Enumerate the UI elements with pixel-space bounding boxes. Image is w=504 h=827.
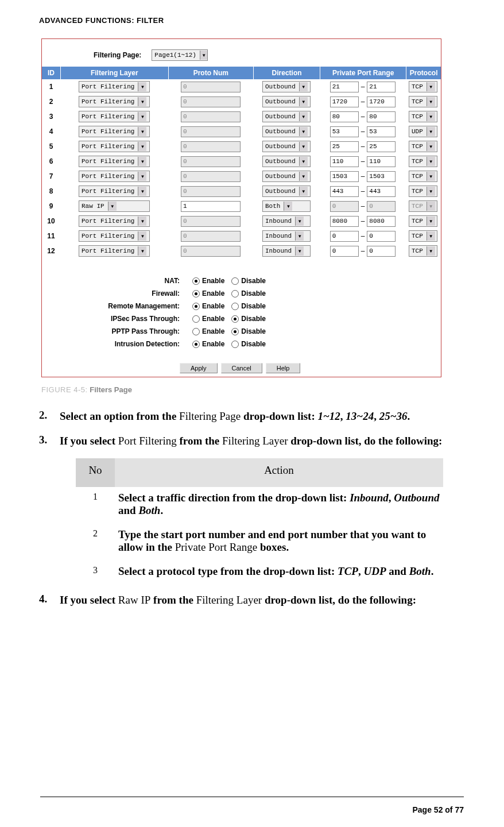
- enable-radio[interactable]: Enable: [192, 277, 231, 285]
- direction-select[interactable]: Outbound▼: [262, 156, 311, 167]
- port-end-input[interactable]: 25: [367, 141, 396, 152]
- radio-icon: [231, 303, 239, 310]
- port-end-input[interactable]: 8080: [367, 216, 396, 227]
- port-end-input[interactable]: 110: [367, 156, 396, 167]
- protocol-select[interactable]: TCP▼: [409, 171, 437, 182]
- direction-select[interactable]: Inbound▼: [262, 215, 311, 227]
- filtering-layer-select[interactable]: Port Filtering▼: [79, 156, 150, 167]
- protocol-select[interactable]: TCP▼: [409, 245, 437, 257]
- protocol-select[interactable]: TCP▼: [409, 215, 437, 227]
- port-start-input[interactable]: 0: [330, 231, 359, 242]
- port-start-input[interactable]: 80: [330, 111, 359, 122]
- disable-radio[interactable]: Disable: [231, 315, 273, 323]
- apply-button[interactable]: Apply: [180, 363, 218, 373]
- proto-num-input[interactable]: 0: [181, 126, 241, 137]
- proto-num-input[interactable]: 0: [181, 111, 241, 122]
- port-start-input[interactable]: 0: [330, 201, 359, 212]
- port-start-input[interactable]: 1720: [330, 96, 359, 107]
- option-row: Intrusion Detection:EnableDisable: [59, 338, 441, 350]
- filtering-layer-select[interactable]: Port Filtering▼: [79, 141, 150, 152]
- disable-radio[interactable]: Disable: [231, 289, 273, 297]
- direction-select[interactable]: Outbound▼: [262, 186, 311, 197]
- direction-select[interactable]: Outbound▼: [262, 141, 311, 152]
- port-start-input[interactable]: 110: [330, 156, 359, 167]
- filtering-layer-select[interactable]: Port Filtering▼: [79, 111, 150, 122]
- port-end-input[interactable]: 21: [367, 82, 396, 92]
- port-end-input[interactable]: 53: [367, 126, 396, 137]
- protocol-select[interactable]: TCP▼: [409, 156, 437, 167]
- chevron-down-icon: ▼: [284, 202, 292, 211]
- protocol-select[interactable]: TCP▼: [409, 111, 437, 122]
- port-start-input[interactable]: 8080: [330, 216, 359, 227]
- enable-radio[interactable]: Enable: [192, 340, 231, 348]
- protocol-select[interactable]: TCP▼: [409, 200, 437, 212]
- filter-table-header: ID Filtering Layer Proto Num Direction P…: [42, 67, 441, 79]
- filtering-page-select[interactable]: Page1(1~12) ▼: [152, 49, 208, 61]
- enable-radio[interactable]: Enable: [192, 289, 231, 297]
- port-end-input[interactable]: 80: [367, 111, 396, 122]
- protocol-select[interactable]: TCP▼: [409, 81, 437, 92]
- direction-select[interactable]: Inbound▼: [262, 230, 311, 242]
- radio-icon: [192, 341, 200, 348]
- filter-row: 3Port Filtering▼0Outbound▼80–80TCP▼: [42, 109, 441, 124]
- direction-select[interactable]: Outbound▼: [262, 96, 311, 107]
- port-start-input[interactable]: 443: [330, 186, 359, 197]
- port-start-input[interactable]: 53: [330, 126, 359, 137]
- proto-num-input[interactable]: 0: [181, 171, 241, 182]
- protocol-select[interactable]: TCP▼: [409, 96, 437, 107]
- direction-select[interactable]: Both▼: [262, 200, 311, 212]
- radio-icon: [231, 290, 239, 297]
- filtering-layer-select[interactable]: Port Filtering▼: [79, 171, 150, 182]
- proto-num-input[interactable]: 0: [181, 186, 241, 197]
- port-end-input[interactable]: 0: [367, 201, 396, 212]
- filtering-layer-select[interactable]: Port Filtering▼: [79, 126, 150, 137]
- filtering-layer-select[interactable]: Port Filtering▼: [79, 96, 150, 107]
- direction-select[interactable]: Outbound▼: [262, 171, 311, 182]
- proto-num-input[interactable]: 0: [181, 141, 241, 152]
- proto-num-input[interactable]: 0: [181, 96, 241, 107]
- proto-num-input[interactable]: 0: [181, 231, 241, 242]
- protocol-select[interactable]: TCP▼: [409, 186, 437, 197]
- disable-radio[interactable]: Disable: [231, 340, 273, 348]
- port-start-input[interactable]: 21: [330, 82, 359, 92]
- filter-row: 10Port Filtering▼0Inbound▼8080–8080TCP▼: [42, 214, 441, 229]
- protocol-select[interactable]: TCP▼: [409, 230, 437, 242]
- filtering-layer-select[interactable]: Port Filtering▼: [79, 81, 150, 92]
- chevron-down-icon: ▼: [138, 82, 146, 91]
- filtering-layer-select[interactable]: Port Filtering▼: [79, 245, 150, 257]
- filtering-layer-select[interactable]: Port Filtering▼: [79, 215, 150, 227]
- proto-num-input[interactable]: 1: [181, 201, 241, 212]
- direction-select[interactable]: Outbound▼: [262, 126, 311, 137]
- disable-radio[interactable]: Disable: [231, 327, 273, 335]
- proto-num-input[interactable]: 0: [181, 216, 241, 227]
- port-end-input[interactable]: 0: [367, 231, 396, 242]
- proto-num-input[interactable]: 0: [181, 246, 241, 257]
- filtering-layer-select[interactable]: Raw IP▼: [79, 200, 150, 212]
- enable-radio[interactable]: Enable: [192, 315, 231, 323]
- port-end-input[interactable]: 1720: [367, 96, 396, 107]
- disable-radio[interactable]: Disable: [231, 277, 273, 285]
- filtering-layer-select[interactable]: Port Filtering▼: [79, 186, 150, 197]
- direction-select[interactable]: Inbound▼: [262, 245, 311, 257]
- proto-num-input[interactable]: 0: [181, 82, 241, 92]
- port-end-input[interactable]: 0: [367, 246, 396, 257]
- enable-radio[interactable]: Enable: [192, 302, 231, 310]
- disable-radio[interactable]: Disable: [231, 302, 273, 310]
- proto-num-input[interactable]: 0: [181, 156, 241, 167]
- direction-select[interactable]: Outbound▼: [262, 111, 311, 122]
- port-end-input[interactable]: 1503: [367, 171, 396, 182]
- port-end-input[interactable]: 443: [367, 186, 396, 197]
- direction-select[interactable]: Outbound▼: [262, 81, 311, 92]
- protocol-select[interactable]: TCP▼: [409, 141, 437, 152]
- action-row: 1 Select a traffic direction from the dr…: [76, 487, 443, 524]
- port-start-input[interactable]: 0: [330, 246, 359, 257]
- chevron-down-icon: ▼: [427, 202, 435, 211]
- port-start-input[interactable]: 25: [330, 141, 359, 152]
- chevron-down-icon: ▼: [427, 217, 435, 226]
- port-start-input[interactable]: 1503: [330, 171, 359, 182]
- help-button[interactable]: Help: [266, 363, 301, 373]
- enable-radio[interactable]: Enable: [192, 327, 231, 335]
- filtering-layer-select[interactable]: Port Filtering▼: [79, 230, 150, 242]
- cancel-button[interactable]: Cancel: [221, 363, 262, 373]
- protocol-select[interactable]: UDP▼: [409, 126, 437, 137]
